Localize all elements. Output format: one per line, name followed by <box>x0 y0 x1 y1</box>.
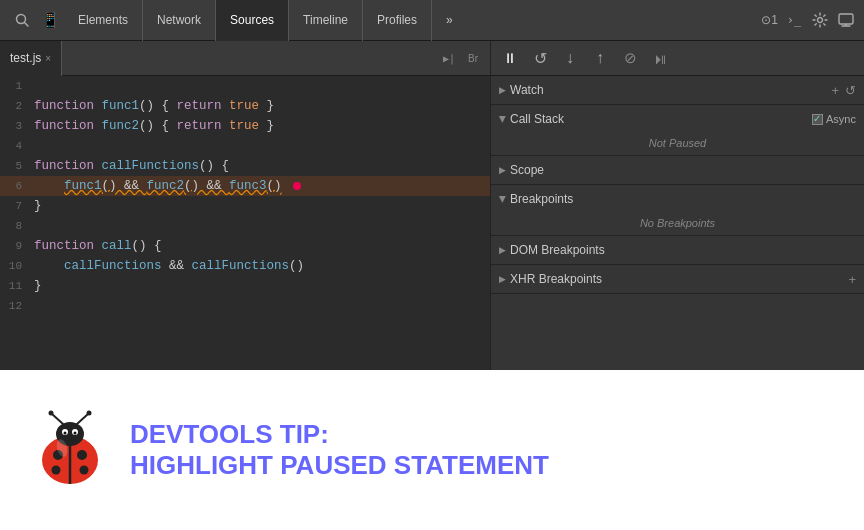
watch-label: Watch <box>510 83 544 97</box>
code-line: 12 <box>0 296 490 316</box>
terminal-icon[interactable]: ›_ <box>784 10 804 30</box>
tab-sources[interactable]: Sources <box>216 0 289 41</box>
code-line: 5 function callFunctions() { <box>0 156 490 176</box>
scope-arrow: ▶ <box>499 165 506 175</box>
mobile-icon[interactable]: 📱 <box>36 6 64 34</box>
svg-point-11 <box>52 466 61 475</box>
tip-text: DevTools Tip: Highlight Paused Statement <box>130 419 549 481</box>
dom-breakpoints-label: DOM Breakpoints <box>510 243 605 257</box>
watch-section: ▶ Watch + ↺ <box>491 76 864 105</box>
code-line: 3 function func2() { return true } <box>0 116 490 136</box>
scope-label: Scope <box>510 163 544 177</box>
step-out-button[interactable]: ↑ <box>589 47 611 69</box>
tip-title-line2: Highlight Paused Statement <box>130 450 549 481</box>
watch-actions: + ↺ <box>831 83 856 98</box>
devtools-panel: test.js × ▶| Br 1 2 function func1() { r… <box>0 41 864 370</box>
svg-line-14 <box>77 414 88 424</box>
right-panel: ⏸ ↺ ↓ ↑ ⊘ ⏯ ▶ Watch + ↺ ▶ Call Stack <box>490 41 864 370</box>
file-tab-testjs[interactable]: test.js × <box>0 41 62 76</box>
svg-point-12 <box>80 466 89 475</box>
scope-header[interactable]: ▶ Scope <box>491 156 864 184</box>
code-line: 11 } <box>0 276 490 296</box>
call-stack-label: Call Stack <box>510 112 564 126</box>
code-line: 8 <box>0 216 490 236</box>
call-stack-actions: Async <box>812 113 856 125</box>
code-line: 9 function call() { <box>0 236 490 256</box>
call-stack-status: Not Paused <box>491 133 864 155</box>
xhr-breakpoints-arrow: ▶ <box>499 274 506 284</box>
async-label: Async <box>826 113 856 125</box>
watch-arrow: ▶ <box>499 85 506 95</box>
async-checkbox[interactable] <box>812 114 823 125</box>
call-stack-arrow: ▶ <box>498 116 508 123</box>
devtools-toolbar: 📱 Elements Network Sources Timeline Prof… <box>0 0 864 41</box>
tip-area: DevTools Tip: Highlight Paused Statement <box>0 370 864 530</box>
code-line: 7 } <box>0 196 490 216</box>
code-line: 10 callFunctions && callFunctions() <box>0 256 490 276</box>
code-lines: 1 2 function func1() { return true } 3 f… <box>0 76 490 316</box>
breakpoints-section: ▶ Breakpoints No Breakpoints <box>491 185 864 236</box>
dom-breakpoints-header[interactable]: ▶ DOM Breakpoints <box>491 236 864 264</box>
code-line: 4 <box>0 136 490 156</box>
breakpoints-arrow: ▶ <box>498 196 508 203</box>
file-tab-name: test.js <box>10 51 41 65</box>
deactivate-breakpoints-button[interactable]: ⊘ <box>619 47 641 69</box>
breakpoints-label: Breakpoints <box>510 192 573 206</box>
svg-point-15 <box>49 411 54 416</box>
ladybug-icon <box>30 410 110 490</box>
watch-refresh-button[interactable]: ↺ <box>845 83 856 98</box>
step-into-button[interactable]: ↓ <box>559 47 581 69</box>
thread-label: ⊙1 <box>761 13 778 27</box>
svg-point-10 <box>77 450 87 460</box>
xhr-breakpoints-label: XHR Breakpoints <box>510 272 602 286</box>
tip-title-line1: DevTools Tip: <box>130 419 549 450</box>
settings-icon[interactable] <box>810 10 830 30</box>
scope-section: ▶ Scope <box>491 156 864 185</box>
screen-icon[interactable] <box>836 10 856 30</box>
call-stack-header[interactable]: ▶ Call Stack Async <box>491 105 864 133</box>
step-over-button[interactable]: ↺ <box>529 47 551 69</box>
async-checkbox-label[interactable]: Async <box>812 113 856 125</box>
tab-timeline[interactable]: Timeline <box>289 0 363 41</box>
code-line-highlighted: 6 func1() && func2() && func3() <box>0 176 490 196</box>
tab-more[interactable]: » <box>432 0 467 41</box>
dom-breakpoints-section: ▶ DOM Breakpoints <box>491 236 864 265</box>
svg-rect-3 <box>839 14 853 24</box>
svg-point-16 <box>87 411 92 416</box>
breakpoints-status: No Breakpoints <box>491 213 864 235</box>
xhr-breakpoints-add-button[interactable]: + <box>848 272 856 287</box>
xhr-breakpoints-header[interactable]: ▶ XHR Breakpoints + <box>491 265 864 293</box>
pretty-print-button[interactable]: Br <box>462 47 484 69</box>
svg-point-20 <box>74 432 77 435</box>
file-tab-buttons: ▶| Br <box>438 47 490 69</box>
file-tab-bar: test.js × ▶| Br <box>0 41 490 76</box>
search-icon[interactable] <box>8 6 36 34</box>
dom-breakpoints-arrow: ▶ <box>499 245 506 255</box>
watch-add-button[interactable]: + <box>831 83 839 98</box>
tab-network[interactable]: Network <box>143 0 216 41</box>
watch-header[interactable]: ▶ Watch + ↺ <box>491 76 864 104</box>
run-snippet-button[interactable]: ▶| <box>438 47 460 69</box>
file-tab-close[interactable]: × <box>45 53 51 64</box>
breakpoints-header[interactable]: ▶ Breakpoints <box>491 185 864 213</box>
xhr-breakpoints-section: ▶ XHR Breakpoints + <box>491 265 864 294</box>
pause-on-exceptions-button[interactable]: ⏯ <box>649 47 671 69</box>
code-area: 1 2 function func1() { return true } 3 f… <box>0 76 490 370</box>
svg-point-2 <box>818 18 823 23</box>
tab-profiles[interactable]: Profiles <box>363 0 432 41</box>
tab-elements[interactable]: Elements <box>64 0 143 41</box>
svg-line-13 <box>52 414 63 424</box>
pause-button[interactable]: ⏸ <box>499 47 521 69</box>
svg-point-19 <box>64 432 67 435</box>
debug-toolbar: ⏸ ↺ ↓ ↑ ⊘ ⏯ <box>491 41 864 76</box>
editor-left: test.js × ▶| Br 1 2 function func1() { r… <box>0 41 490 370</box>
svg-line-1 <box>25 23 29 27</box>
code-line: 1 <box>0 76 490 96</box>
call-stack-section: ▶ Call Stack Async Not Paused <box>491 105 864 156</box>
code-line: 2 function func1() { return true } <box>0 96 490 116</box>
